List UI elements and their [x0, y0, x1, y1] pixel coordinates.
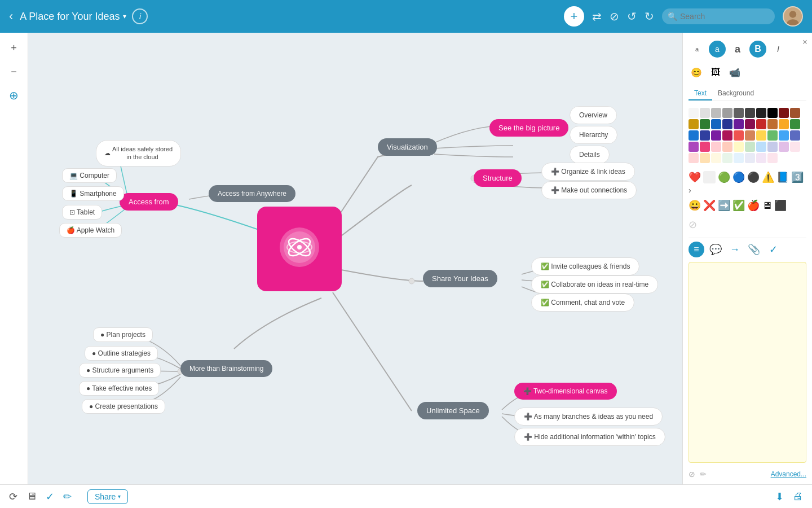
color-swatch[interactable] [790, 142, 800, 152]
link-icon[interactable]: 📎 [746, 242, 762, 257]
color-swatch[interactable] [700, 130, 710, 141]
color-swatch[interactable] [734, 119, 744, 129]
color-swatch[interactable] [779, 130, 789, 141]
target-button[interactable]: ⊕ [5, 86, 24, 105]
color-swatch[interactable] [700, 142, 710, 152]
color-swatch[interactable] [767, 108, 778, 118]
list-icon[interactable]: ≡ [689, 242, 704, 257]
share-button[interactable]: Share ▾ [87, 489, 128, 504]
color-swatch[interactable] [790, 119, 800, 129]
check-emoji[interactable]: ✅ [732, 199, 745, 212]
structure-args-node[interactable]: ● Structure arguments [79, 363, 161, 378]
color-swatch[interactable] [779, 119, 789, 129]
create-presentations-node[interactable]: ● Create presentations [82, 399, 165, 414]
visualization-node[interactable]: Visualization [378, 138, 437, 156]
color-swatch[interactable] [745, 153, 755, 163]
chevron-right[interactable]: › [689, 186, 691, 195]
color-swatch[interactable] [779, 142, 789, 152]
hierarchy-node[interactable]: Hierarchy [570, 126, 617, 144]
outline-strategies-node[interactable]: ● Outline strategies [85, 346, 158, 361]
plan-projects-node[interactable]: ● Plan projects [93, 327, 153, 342]
font-size-small[interactable]: a [689, 41, 705, 58]
heart-emoji[interactable]: ❤️ [689, 171, 701, 183]
color-swatch[interactable] [790, 130, 800, 141]
no-icon[interactable]: ⊘ [610, 10, 619, 23]
video-icon[interactable]: 📹 [727, 64, 743, 80]
share-ideas-node[interactable]: Share Your Ideas [423, 270, 497, 287]
color-swatch[interactable] [756, 142, 766, 152]
color-swatch[interactable] [722, 153, 732, 163]
collaborate-node[interactable]: ✅ Collaborate on ideas in real-time [531, 275, 658, 294]
green-circle[interactable]: 🟢 [718, 171, 730, 183]
color-swatch[interactable] [711, 119, 721, 129]
background-tab[interactable]: Background [712, 87, 760, 100]
check-icon[interactable]: ✓ [765, 242, 781, 257]
font-italic-button[interactable]: I [770, 41, 787, 58]
redo-icon[interactable]: ↻ [645, 10, 654, 23]
color-swatch[interactable] [689, 119, 699, 129]
color-swatch[interactable] [711, 108, 721, 118]
apple-watch-node[interactable]: 🍎 Apple Watch [59, 223, 122, 238]
color-swatch[interactable] [689, 108, 699, 118]
monitor-icon[interactable]: 🖥 [27, 491, 37, 502]
speech-icon[interactable]: 💬 [708, 242, 723, 257]
smartphone-node[interactable]: 📱 Smartphone [62, 186, 124, 201]
no-icon-btn[interactable]: ⊘ [689, 219, 697, 230]
color-swatch[interactable] [711, 153, 721, 163]
color-swatch[interactable] [767, 142, 778, 152]
font-size-large[interactable]: a [729, 41, 746, 58]
color-swatch[interactable] [767, 119, 778, 129]
see-big-picture-node[interactable]: See the big picture [489, 119, 568, 137]
image-icon[interactable]: 🖼 [708, 64, 723, 80]
blue-circle[interactable]: 🔵 [732, 171, 745, 183]
color-swatch[interactable] [689, 142, 699, 152]
print-icon[interactable]: 🖨 [793, 491, 803, 502]
color-swatch[interactable] [700, 108, 710, 118]
font-size-medium[interactable]: a [709, 41, 726, 58]
as-many-branches-node[interactable]: ➕ As many branches & ideas as you need [514, 408, 663, 426]
document-title[interactable]: A Place for Your Ideas ▾ [20, 11, 126, 23]
unlimited-space-node[interactable]: Unlimited Space [417, 402, 489, 419]
note-edit-icon[interactable]: ✏ [700, 470, 707, 479]
structure-node[interactable]: Structure [474, 169, 522, 187]
color-swatch[interactable] [722, 108, 732, 118]
search-input[interactable] [662, 8, 775, 24]
computer-node[interactable]: 💻 Computer [62, 168, 117, 183]
color-swatch[interactable] [711, 130, 721, 141]
smiley-icon[interactable]: 😊 [689, 64, 704, 80]
zoom-out-button[interactable]: − [5, 62, 24, 81]
color-swatch[interactable] [734, 142, 744, 152]
color-swatch[interactable] [734, 130, 744, 141]
check-icon[interactable]: ✓ [46, 491, 54, 503]
access-from-node[interactable]: Access from [120, 193, 178, 211]
hide-additional-node[interactable]: ➕ Hide additional information 'within' t… [514, 428, 665, 446]
x-emoji[interactable]: ❌ [703, 199, 716, 212]
font-bold-button[interactable]: B [749, 41, 766, 58]
color-swatch[interactable] [745, 119, 755, 129]
panel-close-button[interactable]: × [802, 37, 807, 47]
color-swatch[interactable] [722, 119, 732, 129]
organize-node[interactable]: ➕ Organize & link ideas [541, 163, 635, 181]
cloud-storage-node[interactable]: ☁All ideas safely stored in the cloud [96, 140, 181, 167]
details-node[interactable]: Details [570, 146, 610, 164]
pen-icon[interactable]: ✏ [63, 491, 72, 503]
monitor-emoji[interactable]: 🖥 [762, 200, 772, 212]
bookmark-emoji[interactable]: 📘 [776, 171, 789, 183]
add-button[interactable]: + [564, 6, 584, 27]
warning-emoji[interactable]: ⚠️ [762, 171, 774, 183]
color-swatch[interactable] [689, 130, 699, 141]
center-node[interactable] [257, 207, 342, 291]
color-swatch[interactable] [745, 130, 755, 141]
color-swatch[interactable] [790, 108, 800, 118]
tablet-emoji[interactable]: ⬛ [774, 199, 787, 212]
two-dimensional-node[interactable]: ➕ Two-dimensional canvas [514, 383, 617, 400]
title-chevron[interactable]: ▾ [123, 12, 126, 20]
black-circle[interactable]: ⚫ [747, 171, 760, 183]
back-button[interactable]: ‹ [9, 9, 13, 24]
color-swatch[interactable] [689, 153, 699, 163]
color-swatch[interactable] [722, 142, 732, 152]
color-swatch[interactable] [745, 142, 755, 152]
color-swatch[interactable] [700, 153, 710, 163]
color-swatch[interactable] [700, 119, 710, 129]
arrow-emoji[interactable]: ➡️ [718, 199, 730, 212]
